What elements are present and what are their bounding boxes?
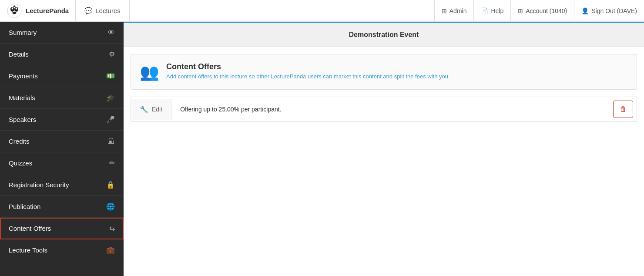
globe-icon: 🌐	[106, 202, 115, 211]
eye-icon: 👁	[108, 29, 115, 37]
grad-cap-icon: 🎓	[106, 94, 115, 102]
sidebar-item-credits[interactable]: Credits 🏛	[0, 131, 124, 152]
signout-label: Sign Out (DAVE)	[591, 7, 637, 14]
sidebar: Summary 👁 Details ⚙ Payments 💵 Materials…	[0, 22, 124, 276]
signout-nav-item[interactable]: 👤 Sign Out (DAVE)	[574, 0, 644, 21]
edit-button[interactable]: 🔧 Edit	[131, 99, 171, 120]
chat-icon: 💬	[84, 7, 93, 15]
admin-nav-item[interactable]: ⊞ Admin	[434, 0, 474, 21]
user-icon: 👤	[581, 7, 589, 14]
content-area: Demonstration Event 👥 Content Offers Add…	[124, 22, 644, 276]
briefcase-icon: 💼	[106, 246, 115, 254]
sidebar-item-content-offers[interactable]: Content Offers ⇆	[0, 218, 124, 239]
top-nav: LecturePanda 💬 Lectures ⊞ Admin 📄 Help ⊞…	[0, 0, 644, 22]
top-nav-right: ⊞ Admin 📄 Help ⊞ Account (1040) 👤 Sign O…	[434, 0, 644, 21]
lectures-tab[interactable]: 💬 Lectures	[76, 0, 130, 21]
content-body: 👥 Content Offers Add content offers to t…	[124, 47, 644, 129]
content-offers-desc: Add content offers to this lecture so ot…	[166, 73, 450, 80]
svg-point-4	[16, 7, 17, 10]
wrench-icon: 🔧	[140, 105, 148, 114]
group-icon: 👥	[140, 63, 159, 81]
logo-area[interactable]: LecturePanda	[0, 0, 76, 21]
help-label: Help	[491, 7, 503, 14]
grid-icon: ⊞	[442, 7, 447, 14]
trash-icon: 🗑	[620, 105, 627, 113]
account-label: Account (1040)	[526, 7, 567, 14]
admin-label: Admin	[449, 7, 467, 14]
svg-point-5	[13, 11, 17, 13]
sidebar-item-materials[interactable]: Materials 🎓	[0, 87, 124, 109]
pencil-icon: ✏	[109, 159, 115, 167]
edit-label: Edit	[152, 106, 162, 113]
mic-icon: 🎤	[106, 115, 115, 124]
logo-text: LecturePanda	[26, 7, 69, 14]
lock-icon: 🔒	[106, 181, 115, 189]
sidebar-item-registration-security[interactable]: Registration Security 🔒	[0, 174, 124, 196]
offer-text: Offering up to 25.00% per participant.	[171, 100, 610, 119]
offer-row: 🔧 Edit Offering up to 25.00% per partici…	[131, 97, 637, 122]
page-title: Demonstration Event	[349, 31, 419, 38]
sidebar-item-lecture-tools[interactable]: Lecture Tools 💼	[0, 239, 124, 261]
content-offers-info: Content Offers Add content offers to thi…	[166, 62, 450, 80]
content-offers-title: Content Offers	[166, 62, 450, 71]
doc-icon: 📄	[481, 7, 488, 14]
lectures-label: Lectures	[95, 7, 121, 14]
sidebar-item-payments[interactable]: Payments 💵	[0, 65, 124, 87]
svg-point-3	[12, 7, 13, 10]
sidebar-item-details[interactable]: Details ⚙	[0, 44, 124, 65]
money-icon: 💵	[106, 72, 115, 80]
share-icon: ⇆	[109, 224, 115, 232]
delete-button[interactable]: 🗑	[613, 101, 633, 118]
svg-point-6	[13, 5, 15, 7]
account-grid-icon: ⊞	[518, 7, 523, 14]
help-nav-item[interactable]: 📄 Help	[473, 0, 510, 21]
sidebar-item-publication[interactable]: Publication 🌐	[0, 196, 124, 218]
sidebar-item-summary[interactable]: Summary 👁	[0, 22, 124, 44]
sidebar-item-quizzes[interactable]: Quizzes ✏	[0, 152, 124, 174]
logo-icon	[7, 3, 22, 19]
sidebar-item-speakers[interactable]: Speakers 🎤	[0, 109, 124, 131]
content-offers-card: 👥 Content Offers Add content offers to t…	[131, 54, 637, 90]
bank-icon: 🏛	[108, 138, 115, 145]
main-layout: Summary 👁 Details ⚙ Payments 💵 Materials…	[0, 22, 644, 276]
account-nav-item[interactable]: ⊞ Account (1040)	[510, 0, 574, 21]
page-header: Demonstration Event	[124, 23, 644, 47]
gear-icon: ⚙	[109, 50, 115, 58]
